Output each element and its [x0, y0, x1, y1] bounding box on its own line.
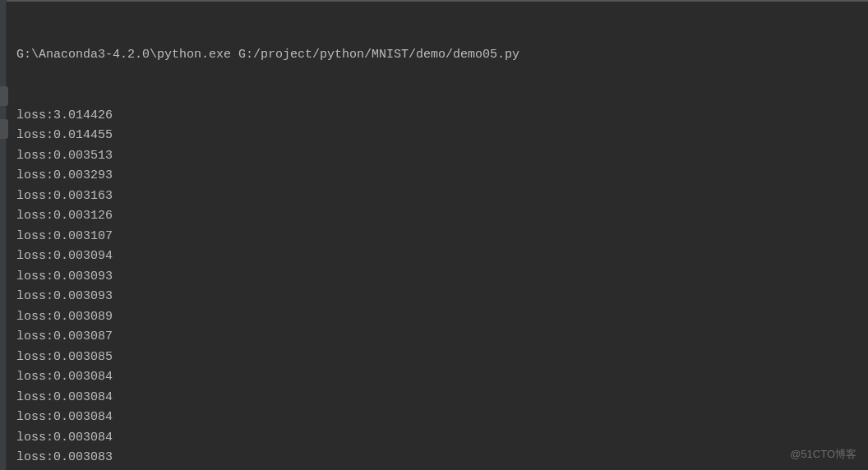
loss-line: loss:0.003085 — [16, 348, 858, 368]
watermark: @51CTO博客 — [790, 447, 856, 462]
loss-line: loss:0.003084 — [16, 428, 858, 449]
loss-line: loss:0.003084 — [16, 367, 858, 388]
console-output[interactable]: G:\Anaconda3-4.2.0\python.exe G:/project… — [7, 0, 868, 470]
loss-line: loss:0.003126 — [16, 206, 858, 227]
loss-line: loss:0.003094 — [16, 247, 858, 267]
loss-line: loss:0.003293 — [16, 166, 858, 187]
loss-line: loss:0.014455 — [16, 126, 858, 146]
loss-line: loss:0.003087 — [16, 327, 858, 348]
loss-line: loss:0.003083 — [16, 448, 858, 468]
gutter — [0, 0, 7, 470]
loss-line: loss:0.003084 — [16, 408, 858, 428]
loss-line: loss:0.003513 — [16, 146, 858, 167]
loss-line: loss:0.003163 — [16, 187, 858, 207]
loss-line: loss:0.003084 — [16, 388, 858, 408]
loss-line: loss:0.003093 — [16, 267, 858, 288]
command-line: G:\Anaconda3-4.2.0\python.exe G:/project… — [16, 45, 858, 66]
loss-line: loss:0.003089 — [16, 307, 858, 328]
loss-line: loss:0.003093 — [16, 287, 858, 307]
loss-line: loss:3.014426 — [16, 106, 858, 127]
loss-line: loss:0.003107 — [16, 227, 858, 247]
loss-lines: loss:3.014426loss:0.014455loss:0.003513l… — [16, 106, 858, 471]
console-container: G:\Anaconda3-4.2.0\python.exe G:/project… — [0, 0, 868, 470]
